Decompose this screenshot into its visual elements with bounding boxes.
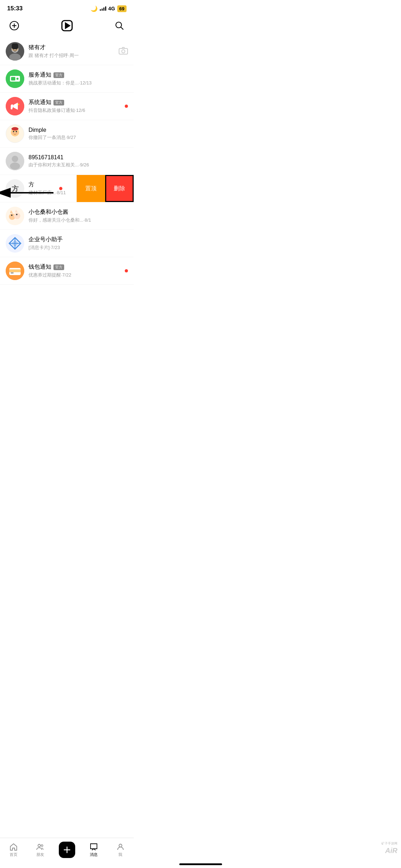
message-preview: 抖音隐私政策修订通知·12/6 [29, 107, 128, 114]
message-preview: 由于你和对方未互相关...·9/26 [29, 162, 128, 168]
svg-line-6 [121, 27, 123, 30]
message-content: 系统通知 官方 抖音隐私政策修订通知·12/6 [29, 99, 128, 114]
svg-text:方: 方 [11, 185, 19, 192]
svg-rect-52 [9, 269, 21, 272]
message-content: 方 建材工厂店...·8/11 [29, 181, 70, 196]
unread-badge [125, 105, 128, 108]
unread-badge [125, 269, 128, 273]
logo-button[interactable] [60, 19, 74, 33]
contact-name: Dimple [29, 127, 46, 133]
official-badge: 官方 [53, 72, 64, 78]
list-item[interactable]: 猪有才 跟 猪有才 打个招呼·周一 [0, 38, 134, 65]
status-time: 15:33 [7, 5, 22, 12]
contact-name: 钱包通知 官方 [29, 263, 64, 271]
list-item[interactable]: 89516718141 由于你和对方未互相关...·9/26 [0, 148, 134, 175]
avatar [6, 69, 24, 88]
message-content: 服务通知 官方 挑战赛活动通知：你是...·12/13 [29, 71, 128, 86]
svg-rect-18 [11, 77, 15, 81]
message-preview: 跟 猪有才 打个招呼·周一 [29, 52, 128, 59]
contact-name: 系统通知 官方 [29, 99, 64, 106]
message-preview: 优惠券过期提醒·7/22 [29, 272, 128, 278]
svg-point-12 [13, 49, 14, 50]
swipe-actions: 置顶 删除 [77, 175, 134, 202]
svg-point-29 [16, 132, 18, 134]
message-content: 猪有才 跟 猪有才 打个招呼·周一 [29, 44, 128, 59]
svg-point-23 [18, 104, 19, 105]
list-item[interactable]: 方 方 建材工厂店...·8/11 置顶 删除 [0, 175, 134, 202]
message-preview: 建材工厂店...·8/11 [29, 190, 70, 196]
battery-indicator: 69 [117, 5, 127, 12]
message-preview: [消息卡片]·7/23 [29, 244, 128, 251]
delete-button[interactable]: 删除 [105, 175, 134, 202]
official-badge: 官方 [53, 264, 64, 270]
network-label: 4G [108, 6, 115, 11]
avatar [6, 262, 24, 280]
avatar [6, 234, 24, 253]
svg-point-15 [122, 50, 125, 53]
list-item[interactable]: 服务通知 官方 挑战赛活动通知：你是...·12/13 [0, 65, 134, 93]
search-button[interactable] [112, 19, 127, 33]
svg-rect-22 [11, 107, 12, 109]
svg-point-34 [10, 162, 20, 170]
header [0, 15, 134, 38]
avatar [6, 97, 24, 115]
svg-point-42 [16, 214, 17, 215]
svg-point-19 [16, 78, 19, 80]
avatar [6, 124, 24, 143]
message-preview: 你好，感谢关注小仓桑和...·8/1 [29, 217, 128, 223]
add-button[interactable] [7, 19, 21, 33]
status-bar: 15:33 🌙 4G 69 [0, 0, 134, 15]
pin-button[interactable]: 置顶 [77, 175, 105, 202]
list-item[interactable]: Dimple 你撤回了一条消息·9/27 [0, 120, 134, 148]
contact-name: 方 [29, 181, 34, 188]
avatar [6, 152, 24, 170]
camera-icon[interactable] [119, 47, 128, 56]
list-item[interactable]: 钱包通知 官方 优惠券过期提醒·7/22 [0, 257, 134, 285]
list-item[interactable]: 小仓桑和小仓酱 你好，感谢关注小仓桑和...·8/1 [0, 202, 134, 230]
message-content: 钱包通知 官方 优惠券过期提醒·7/22 [29, 263, 128, 278]
svg-point-13 [16, 49, 17, 50]
svg-marker-4 [65, 23, 69, 28]
signal-icon [100, 6, 106, 11]
moon-icon: 🌙 [91, 5, 98, 12]
svg-point-33 [12, 156, 18, 162]
contact-name: 服务通知 官方 [29, 71, 64, 79]
svg-point-27 [16, 131, 17, 132]
contact-name: 89516718141 [29, 154, 63, 161]
list-item[interactable]: 企业号小助手 [消息卡片]·7/23 [0, 230, 134, 257]
avatar: 方 [6, 179, 24, 198]
message-content: Dimple 你撤回了一条消息·9/27 [29, 127, 128, 141]
svg-point-41 [11, 215, 12, 216]
avatar [6, 42, 24, 61]
svg-point-26 [13, 131, 14, 132]
svg-point-5 [116, 22, 122, 28]
message-list: 猪有才 跟 猪有才 打个招呼·周一 服务通知 [0, 38, 134, 320]
message-content: 89516718141 由于你和对方未互相关...·9/26 [29, 154, 128, 168]
svg-point-9 [9, 53, 21, 61]
message-preview: 挑战赛活动通知：你是...·12/13 [29, 80, 128, 86]
svg-point-28 [12, 132, 14, 134]
svg-rect-53 [11, 272, 14, 274]
message-preview: 你撤回了一条消息·9/27 [29, 134, 128, 141]
svg-rect-11 [12, 43, 18, 49]
svg-rect-14 [119, 48, 128, 54]
message-content: 小仓桑和小仓酱 你好，感谢关注小仓桑和...·8/1 [29, 208, 128, 223]
status-icons: 🌙 4G 69 [91, 5, 127, 12]
contact-name: 小仓桑和小仓酱 [29, 208, 68, 216]
contact-name: 企业号小助手 [29, 236, 63, 243]
unread-badge [59, 187, 62, 190]
official-badge: 官方 [53, 100, 64, 105]
contact-name: 猪有才 [29, 44, 46, 51]
svg-rect-31 [11, 128, 18, 130]
avatar [6, 207, 24, 225]
message-content: 企业号小助手 [消息卡片]·7/23 [29, 236, 128, 251]
list-item[interactable]: 系统通知 官方 抖音隐私政策修订通知·12/6 [0, 93, 134, 120]
svg-point-40 [14, 213, 20, 219]
